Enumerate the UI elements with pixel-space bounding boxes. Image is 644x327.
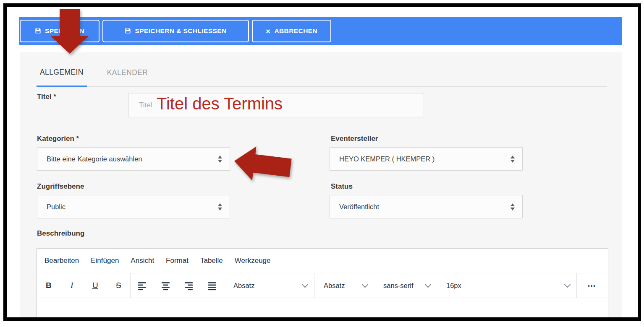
event-edit-panel: ALLGEMEIN KALENDER Titel * Titel des Ter… bbox=[20, 52, 622, 317]
zugriffsebene-select-value: Public bbox=[47, 203, 218, 211]
status-select[interactable]: Veröffentlicht bbox=[330, 195, 523, 218]
menu-werkzeuge[interactable]: Werkzeuge bbox=[229, 257, 277, 265]
status-label: Status bbox=[331, 182, 353, 191]
tab-bar: ALLGEMEIN KALENDER bbox=[37, 59, 607, 87]
tab-kalender[interactable]: KALENDER bbox=[104, 59, 152, 86]
font-size-dropdown[interactable]: 16px bbox=[437, 273, 576, 298]
paragraph-format-dropdown[interactable]: Absatz bbox=[314, 273, 374, 298]
strikethrough-button[interactable]: S bbox=[111, 281, 126, 290]
screenshot-stage: SPEICHERN SPEICHERN & SCHLIESSEN × ABBRE… bbox=[0, 0, 644, 327]
eventersteller-select[interactable]: HEYO KEMPER ( HKEMPER ) bbox=[330, 147, 523, 171]
align-right-icon[interactable] bbox=[183, 280, 194, 291]
kategorien-select[interactable]: Bitte eine Kategorie auswählen bbox=[37, 147, 230, 171]
align-center-icon[interactable] bbox=[160, 280, 171, 291]
save-icon bbox=[125, 27, 131, 35]
select-arrows-icon bbox=[218, 156, 222, 163]
menu-tabelle[interactable]: Tabelle bbox=[194, 257, 229, 265]
editor-menubar: Bearbeiten Einfügen Ansicht Format Tabel… bbox=[37, 249, 608, 273]
kategorien-label: Kategorien * bbox=[37, 135, 79, 143]
bold-button[interactable]: B bbox=[42, 281, 56, 290]
zugriffsebene-select[interactable]: Public bbox=[37, 195, 230, 218]
chevron-down-icon bbox=[302, 281, 309, 288]
select-arrows-icon bbox=[510, 203, 515, 210]
font-size-value: 16px bbox=[446, 282, 565, 290]
annotation-arrow-down-icon bbox=[0, 0, 109, 59]
titel-label: Titel * bbox=[37, 93, 56, 101]
beschreibung-label: Beschreibung bbox=[37, 229, 84, 238]
select-arrows-icon bbox=[218, 203, 222, 210]
align-left-icon[interactable] bbox=[137, 280, 147, 291]
eventersteller-select-value: HEYO KEMPER ( HKEMPER ) bbox=[339, 155, 510, 163]
action-toolbar: SPEICHERN SPEICHERN & SCHLIESSEN × ABBRE… bbox=[19, 17, 622, 45]
tab-allgemein[interactable]: ALLGEMEIN bbox=[37, 59, 87, 87]
chevron-down-icon bbox=[362, 281, 369, 288]
chevron-down-icon bbox=[425, 281, 432, 288]
rich-text-editor: Bearbeiten Einfügen Ansicht Format Tabel… bbox=[37, 248, 608, 317]
chevron-down-icon bbox=[564, 281, 571, 288]
zugriffsebene-label: Zugriffsebene bbox=[37, 182, 84, 191]
align-justify-icon[interactable] bbox=[207, 280, 217, 291]
save-and-close-button-label: SPEICHERN & SCHLIESSEN bbox=[135, 27, 226, 35]
menu-ansicht[interactable]: Ansicht bbox=[125, 257, 160, 265]
tab-kalender-label: KALENDER bbox=[107, 68, 148, 77]
eventersteller-label: Eventersteller bbox=[331, 135, 378, 143]
block-format-value: Absatz bbox=[233, 282, 303, 290]
menu-format[interactable]: Format bbox=[160, 257, 194, 265]
underline-button[interactable]: U bbox=[88, 281, 102, 290]
tab-allgemein-label: ALLGEMEIN bbox=[40, 68, 84, 77]
paragraph-format-value: Absatz bbox=[324, 282, 363, 290]
editor-content-area[interactable] bbox=[37, 298, 608, 317]
font-family-dropdown[interactable]: sans-serif bbox=[374, 273, 437, 298]
annotation-arrow-left-icon bbox=[232, 144, 295, 185]
font-family-value: sans-serif bbox=[383, 282, 426, 290]
cancel-button[interactable]: × ABBRECHEN bbox=[252, 20, 331, 42]
menu-bearbeiten[interactable]: Bearbeiten bbox=[39, 257, 85, 265]
block-format-dropdown[interactable]: Absatz bbox=[224, 273, 314, 298]
menu-einfuegen[interactable]: Einfügen bbox=[85, 257, 125, 265]
more-tools-button[interactable]: ••• bbox=[577, 273, 607, 298]
italic-button[interactable]: I bbox=[65, 281, 79, 290]
align-button-group bbox=[131, 273, 224, 298]
editor-toolbar: B I U S bbox=[37, 273, 608, 298]
kategorien-select-value: Bitte eine Kategorie auswählen bbox=[47, 155, 218, 163]
format-button-group: B I U S bbox=[37, 273, 130, 298]
select-arrows-icon bbox=[510, 156, 515, 163]
titel-annotation-text: Titel des Termins bbox=[157, 93, 283, 114]
cancel-button-label: ABBRECHEN bbox=[274, 27, 317, 35]
save-and-close-button[interactable]: SPEICHERN & SCHLIESSEN bbox=[102, 20, 249, 42]
status-select-value: Veröffentlicht bbox=[339, 203, 510, 211]
close-icon: × bbox=[266, 27, 271, 35]
